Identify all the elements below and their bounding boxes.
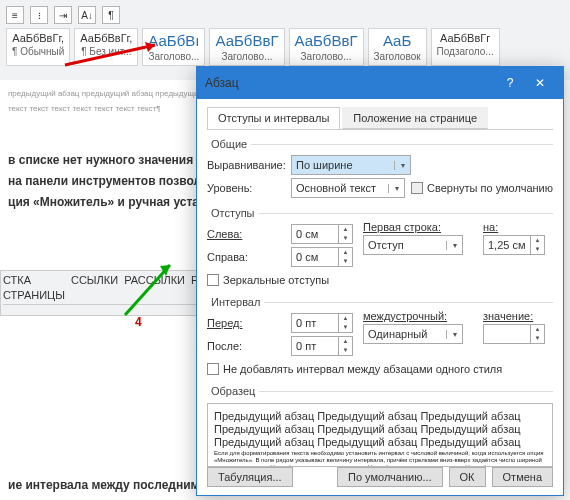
tabs-button[interactable]: Табуляция... (207, 467, 293, 487)
ok-button[interactable]: ОК (449, 467, 486, 487)
tab-indents[interactable]: Отступы и интервалы (207, 107, 340, 129)
on-spinner[interactable]: 1,25 см▲▼ (483, 235, 545, 255)
style-nospacing[interactable]: АаБбВвГг,¶ Без инт... (74, 28, 138, 66)
down-arrow-icon[interactable]: ▼ (339, 257, 352, 266)
section-indent: Отступы (207, 207, 259, 219)
default-button[interactable]: По умолчанию... (337, 467, 443, 487)
sort-icon[interactable]: A↓ (78, 6, 96, 24)
label-level: Уровень: (207, 182, 285, 194)
close-button[interactable]: ✕ (525, 73, 555, 93)
dialog-title: Абзац (205, 76, 495, 90)
chevron-down-icon: ▾ (446, 241, 462, 250)
up-arrow-icon[interactable]: ▲ (531, 325, 544, 334)
indent-icon[interactable]: ⇥ (54, 6, 72, 24)
style-title[interactable]: АаБЗаголовок (368, 28, 427, 66)
style-heading3[interactable]: АаБбВвГЗаголово... (289, 28, 364, 66)
down-arrow-icon[interactable]: ▼ (339, 323, 352, 332)
after-spinner[interactable]: 0 пт▲▼ (291, 336, 353, 356)
cancel-button[interactable]: Отмена (492, 467, 553, 487)
style-subtitle[interactable]: АаБбВвГгПодзаголо... (431, 28, 500, 66)
value-spinner[interactable]: ▲▼ (483, 324, 545, 344)
level-combo[interactable]: Основной текст▾ (291, 178, 405, 198)
down-arrow-icon[interactable]: ▼ (339, 346, 352, 355)
style-heading1[interactable]: АаБбВıЗаголово... (142, 28, 205, 66)
paragraph-tools: ≡ ⫶ ⇥ A↓ ¶ (0, 4, 570, 26)
down-arrow-icon[interactable]: ▼ (531, 245, 544, 254)
label-before: Перед: (207, 317, 285, 329)
dialog-tabs: Отступы и интервалы Положение на страниц… (207, 107, 553, 130)
style-normal[interactable]: АаБбВвГг,¶ Обычный (6, 28, 70, 66)
left-spinner[interactable]: 0 см▲▼ (291, 224, 353, 244)
before-spinner[interactable]: 0 пт▲▼ (291, 313, 353, 333)
label-alignment: Выравнивание: (207, 159, 285, 171)
collapse-checkbox: Свернуты по умолчанию (411, 182, 553, 194)
section-preview: Образец (207, 385, 259, 397)
tab-position[interactable]: Положение на странице (342, 107, 488, 129)
up-arrow-icon[interactable]: ▲ (531, 236, 544, 245)
chevron-down-icon: ▾ (446, 330, 462, 339)
mini-ribbon: СТКА СТРАНИЦЫ ССЫЛКИ РАССЫЛКИ РЕЦЕНЗИРОВ… (0, 270, 200, 316)
align-left-icon[interactable]: ≡ (6, 6, 24, 24)
down-arrow-icon[interactable]: ▼ (531, 334, 544, 343)
section-spacing: Интервал (207, 296, 264, 308)
label-on: на: (483, 221, 553, 233)
paragraph-mark-icon[interactable]: ¶ (102, 6, 120, 24)
label-line-spacing: междустрочный: (363, 310, 473, 322)
mirror-checkbox[interactable]: Зеркальные отступы (207, 274, 553, 286)
annotation-4: 4 (135, 315, 142, 329)
no-space-checkbox[interactable]: Не добавлять интервал между абзацами одн… (207, 363, 553, 375)
label-after: После: (207, 340, 285, 352)
up-arrow-icon[interactable]: ▲ (339, 314, 352, 323)
styles-gallery: АаБбВвГг,¶ Обычный АаБбВвГг,¶ Без инт...… (0, 26, 570, 68)
right-spinner[interactable]: 0 см▲▼ (291, 247, 353, 267)
up-arrow-icon[interactable]: ▲ (339, 337, 352, 346)
chevron-down-icon: ▾ (388, 184, 404, 193)
chevron-down-icon: ▾ (394, 161, 410, 170)
up-arrow-icon[interactable]: ▲ (339, 248, 352, 257)
dialog-titlebar[interactable]: Абзац ? ✕ (197, 67, 563, 99)
bullet-icon[interactable]: ⫶ (30, 6, 48, 24)
line-spacing-combo[interactable]: Одинарный▾ (363, 324, 463, 344)
label-left: Слева: (207, 228, 285, 240)
label-right: Справа: (207, 251, 285, 263)
footer-text: ие интервала между последними (8, 477, 207, 494)
section-general: Общие (207, 138, 251, 150)
help-button[interactable]: ? (495, 73, 525, 93)
down-arrow-icon[interactable]: ▼ (339, 234, 352, 243)
label-first-line: Первая строка: (363, 221, 473, 233)
up-arrow-icon[interactable]: ▲ (339, 225, 352, 234)
dialog-buttons: Табуляция... По умолчанию... ОК Отмена (207, 467, 553, 487)
first-line-combo[interactable]: Отступ▾ (363, 235, 463, 255)
preview-area: Предыдущий абзац Предыдущий абзац Предыд… (207, 403, 553, 467)
alignment-combo[interactable]: По ширине▾ (291, 155, 411, 175)
style-heading2[interactable]: АаБбВвГЗаголово... (209, 28, 284, 66)
label-value: значение: (483, 310, 553, 322)
paragraph-dialog: Абзац ? ✕ Отступы и интервалы Положение … (196, 66, 564, 496)
